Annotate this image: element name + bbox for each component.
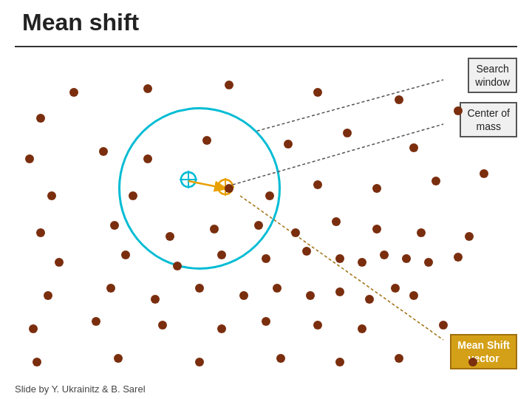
data-point — [273, 284, 282, 293]
data-point — [402, 254, 411, 263]
data-point — [55, 258, 64, 267]
data-point — [454, 106, 463, 115]
data-point — [439, 321, 448, 330]
svg-line-9 — [257, 80, 443, 131]
data-point — [151, 295, 160, 304]
data-point — [365, 295, 374, 304]
data-point — [417, 228, 426, 237]
data-point — [358, 258, 366, 267]
data-point — [254, 221, 263, 230]
data-point — [173, 262, 182, 270]
data-point — [225, 184, 233, 193]
search-window-label: Searchwindow — [468, 58, 517, 93]
data-point — [313, 180, 322, 189]
data-point — [380, 250, 389, 259]
data-point — [391, 284, 400, 293]
data-point — [166, 232, 174, 241]
data-point — [92, 317, 100, 326]
data-point — [29, 324, 38, 333]
data-point — [332, 217, 341, 226]
page-title: Mean shift — [22, 9, 139, 36]
data-point — [343, 129, 352, 137]
data-point — [291, 228, 300, 237]
data-point — [33, 358, 41, 366]
data-point — [424, 258, 433, 267]
data-point — [225, 81, 233, 89]
data-point — [36, 228, 45, 237]
data-point — [372, 225, 381, 233]
center-cross — [177, 168, 200, 194]
data-point — [262, 317, 270, 326]
data-point — [468, 358, 477, 366]
data-point — [210, 225, 219, 233]
data-point — [143, 84, 152, 93]
data-point — [313, 88, 322, 97]
data-point — [217, 250, 226, 259]
data-point — [44, 291, 52, 300]
data-point — [335, 254, 344, 263]
data-point — [143, 154, 152, 163]
data-point — [265, 191, 274, 200]
data-point — [110, 221, 119, 230]
data-point — [454, 253, 463, 262]
data-point — [121, 250, 130, 259]
data-point — [284, 140, 293, 149]
visualization-area: Searchwindow Center ofmass Mean Shiftvec… — [0, 52, 532, 399]
data-point — [239, 291, 248, 300]
data-point — [395, 354, 403, 363]
data-point — [480, 169, 488, 178]
data-point — [158, 321, 167, 330]
data-point — [335, 287, 344, 296]
data-point — [262, 254, 270, 263]
divider — [15, 46, 517, 47]
data-point — [106, 284, 115, 293]
data-point — [25, 154, 34, 163]
data-point — [114, 354, 123, 363]
data-point — [335, 358, 344, 366]
data-point — [36, 114, 45, 123]
data-point — [465, 232, 474, 241]
data-point — [99, 147, 108, 156]
data-point — [313, 321, 322, 330]
mean-shift-vector-label: Mean Shiftvector — [450, 334, 517, 369]
data-point — [217, 324, 226, 333]
data-point — [302, 247, 311, 256]
data-point — [195, 358, 204, 366]
data-point — [409, 291, 418, 300]
center-of-mass-label: Center ofmass — [460, 102, 517, 137]
data-point — [47, 191, 56, 200]
data-point — [69, 88, 78, 97]
data-point — [432, 177, 440, 185]
data-point — [358, 324, 366, 333]
slide-credit: Slide by Y. Ukrainitz & B. Sarel — [15, 383, 146, 395]
data-point — [372, 184, 381, 193]
data-point — [129, 191, 137, 200]
data-point — [409, 143, 418, 152]
data-point — [395, 95, 403, 104]
data-point — [276, 354, 285, 363]
data-point — [306, 291, 315, 300]
data-point — [195, 284, 204, 293]
data-point — [202, 136, 211, 145]
